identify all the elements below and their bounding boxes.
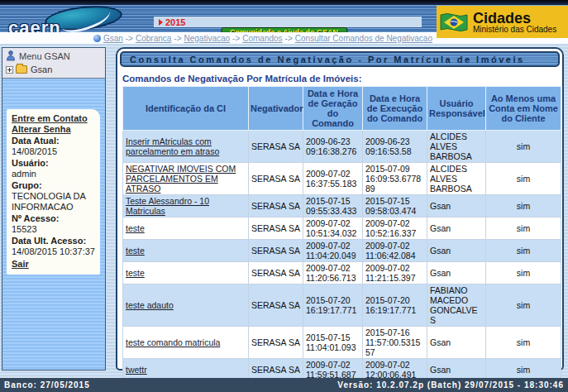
command-link[interactable]: Inserir mAtriculas com parcelamento em a… bbox=[126, 136, 219, 156]
command-link[interactable]: teste comando matricula bbox=[126, 337, 220, 347]
tree-item-gsan[interactable]: Gsan bbox=[6, 65, 102, 74]
negativador-cell: SERASA SA bbox=[249, 195, 303, 218]
breadcrumb-link[interactable]: Comandos bbox=[242, 34, 282, 43]
usuario-cell: Gsan bbox=[427, 327, 486, 359]
negativador-cell: SERASA SA bbox=[249, 262, 303, 284]
command-link[interactable]: teste bbox=[126, 246, 145, 256]
table-row: teste adautoSERASA SA2015-07-20 16:19:17… bbox=[123, 284, 561, 327]
command-link[interactable]: teste bbox=[126, 223, 145, 233]
conta-cell: sim bbox=[486, 218, 561, 240]
conta-cell: sim bbox=[486, 131, 561, 163]
geracao-cell: 2009-07-02 11:20:56.713 bbox=[303, 262, 363, 284]
command-id-cell: teste bbox=[123, 240, 249, 262]
command-link[interactable]: NEGATIVAR IMOVEIS COM PARCELAMENTOS EM A… bbox=[126, 164, 236, 194]
negativador-cell: SERASA SA bbox=[249, 327, 303, 359]
table-row: NEGATIVAR IMOVEIS COM PARCELAMENTOS EM A… bbox=[123, 163, 561, 195]
breadcrumb-link[interactable]: Gsan bbox=[103, 34, 123, 43]
year-ticker: 2015 bbox=[154, 17, 422, 27]
info-value: 15523 bbox=[12, 224, 95, 235]
table-row: testeSERASA SA2009-07-02 11:20:56.713200… bbox=[123, 262, 561, 284]
column-header: Usuário Responsável bbox=[427, 87, 486, 131]
menu-panel: Menu GSAN Gsan bbox=[2, 48, 105, 79]
table-row: teste comando matriculaSERASA SA2015-07-… bbox=[123, 327, 561, 359]
tree-expand-icon[interactable] bbox=[6, 66, 13, 74]
execucao-cell: 2009-07-02 11:21:15.397 bbox=[363, 262, 427, 284]
negativador-cell: SERASA SA bbox=[249, 163, 303, 195]
info-value: admin bbox=[12, 169, 95, 179]
command-id-cell: teste comando matricula bbox=[123, 327, 249, 359]
breadcrumb-separator: -> bbox=[285, 34, 293, 43]
negativador-cell: SERASA SA bbox=[249, 218, 303, 240]
menu-gsan-header: Menu GSAN bbox=[6, 50, 102, 61]
command-link[interactable]: teste bbox=[126, 268, 145, 278]
info-value: 14/08/2015 10:37:37 bbox=[12, 246, 95, 257]
ministry-subtitle: Ministério das Cidades bbox=[473, 26, 556, 34]
table-body: Inserir mAtriculas com parcelamento em a… bbox=[123, 131, 561, 381]
geracao-cell: 2009-06-23 09:16:38.276 bbox=[303, 131, 363, 163]
info-label: Data Atual: bbox=[12, 136, 95, 146]
column-header: Ao Menos uma Conta em Nome do Cliente bbox=[486, 87, 561, 131]
command-id-cell: Inserir mAtriculas com parcelamento em a… bbox=[123, 131, 249, 163]
table-header-row: Identificação da CINegativadorData e Hor… bbox=[123, 87, 561, 131]
column-header: Data e Hora de Geração do Comando bbox=[303, 87, 363, 131]
info-label: Grupo: bbox=[12, 180, 95, 191]
main-panel: Consulta Comandos de Negativação - Por M… bbox=[116, 47, 564, 370]
column-header: Negativador bbox=[249, 87, 303, 131]
table-row: Teste Alessandro - 10 MatriculasSERASA S… bbox=[123, 195, 561, 218]
geracao-cell: 2009-07-02 11:04:20.049 bbox=[303, 240, 363, 262]
breadcrumb-link[interactable]: Consultar Comandos de Negativacao bbox=[295, 34, 432, 43]
ministry-logo: Cidades Ministério das Cidades bbox=[437, 6, 568, 38]
geracao-cell: 2015-07-15 11:04:01.093 bbox=[303, 327, 363, 359]
conta-cell: sim bbox=[486, 284, 561, 327]
execucao-cell: 2009-06-23 09:16:53.58 bbox=[363, 131, 427, 163]
sidebar: Menu GSAN Gsan Entre em Contato Alterar … bbox=[2, 47, 106, 370]
table-row: testeSERASA SA2009-07-02 10:51:34.032200… bbox=[123, 218, 561, 240]
execucao-cell: 2009-07-02 11:06:42.084 bbox=[363, 240, 427, 262]
command-link[interactable]: teste adauto bbox=[126, 300, 174, 310]
usuario-cell: Gsan bbox=[427, 195, 486, 218]
breadcrumb-link[interactable]: Cobranca bbox=[136, 34, 171, 43]
command-id-cell: Teste Alessandro - 10 Matriculas bbox=[123, 195, 249, 218]
geracao-cell: 2009-07-02 16:37:55.183 bbox=[303, 163, 363, 195]
negativador-cell: SERASA SA bbox=[249, 284, 303, 327]
geracao-cell: 2009-07-02 10:51:34.032 bbox=[303, 218, 363, 240]
contact-link[interactable]: Entre em Contato bbox=[12, 113, 95, 124]
info-value: 14/08/2015 bbox=[12, 146, 95, 157]
execucao-cell: 2015-07-20 16:19:17.771 bbox=[363, 284, 427, 327]
breadcrumb-separator: -> bbox=[232, 34, 240, 43]
ministry-title: Cidades bbox=[473, 11, 556, 26]
breadcrumb-links: Gsan->Cobranca->Negativacao->Comandos->C… bbox=[103, 34, 432, 43]
status-bar: Banco: 27/05/2015 Versão: 10.2.07.2p (Ba… bbox=[0, 378, 568, 392]
conta-cell: sim bbox=[486, 195, 561, 218]
execucao-cell: 2015-07-09 16:09:53.677889 bbox=[363, 163, 427, 195]
tree-item-label: Gsan bbox=[31, 65, 52, 74]
breadcrumb-globe-icon bbox=[93, 35, 101, 42]
session-info-fields: Data Atual:14/08/2015Usuário:adminGrupo:… bbox=[12, 136, 95, 257]
info-value: TECNOLOGIA DA INFORMACAO bbox=[12, 191, 95, 213]
command-link[interactable]: twettr bbox=[126, 365, 147, 375]
usuario-cell: Gsan bbox=[427, 240, 486, 262]
page-title-bar: Consulta Comandos de Negativação - Por M… bbox=[120, 51, 560, 67]
geracao-cell: 2015-07-15 09:55:33.433 bbox=[303, 195, 363, 218]
ticker-year: 2015 bbox=[165, 17, 185, 27]
table-caption: Comandos de Negativação Por Matrícula de… bbox=[122, 74, 562, 84]
geracao-cell: 2015-07-20 16:19:17.771 bbox=[303, 284, 363, 327]
change-password-link[interactable]: Alterar Senha bbox=[12, 124, 95, 135]
breadcrumb-link[interactable]: Negativacao bbox=[184, 34, 230, 43]
negativacao-table: Identificação da CINegativadorData e Hor… bbox=[122, 86, 561, 381]
page-title: Consulta Comandos de Negativação - Por M… bbox=[130, 55, 525, 65]
logout-link[interactable]: Sair bbox=[12, 259, 95, 270]
execucao-cell: 2009-07-02 10:52:16.337 bbox=[363, 218, 427, 240]
conta-cell: sim bbox=[486, 262, 561, 284]
info-label: Nº Acesso: bbox=[12, 213, 95, 224]
conta-cell: sim bbox=[486, 240, 561, 262]
command-link[interactable]: Teste Alessandro - 10 Matriculas bbox=[126, 196, 209, 216]
table-row: testeSERASA SA2009-07-02 11:04:20.049200… bbox=[123, 240, 561, 262]
brazil-flag-icon bbox=[440, 12, 468, 32]
usuario-cell: Gsan bbox=[427, 262, 486, 284]
command-id-cell: NEGATIVAR IMOVEIS COM PARCELAMENTOS EM A… bbox=[123, 163, 249, 195]
usuario-cell: Gsan bbox=[427, 218, 486, 240]
negativador-cell: SERASA SA bbox=[249, 131, 303, 163]
negativador-cell: SERASA SA bbox=[249, 240, 303, 262]
status-banco: Banco: 27/05/2015 bbox=[4, 380, 90, 390]
